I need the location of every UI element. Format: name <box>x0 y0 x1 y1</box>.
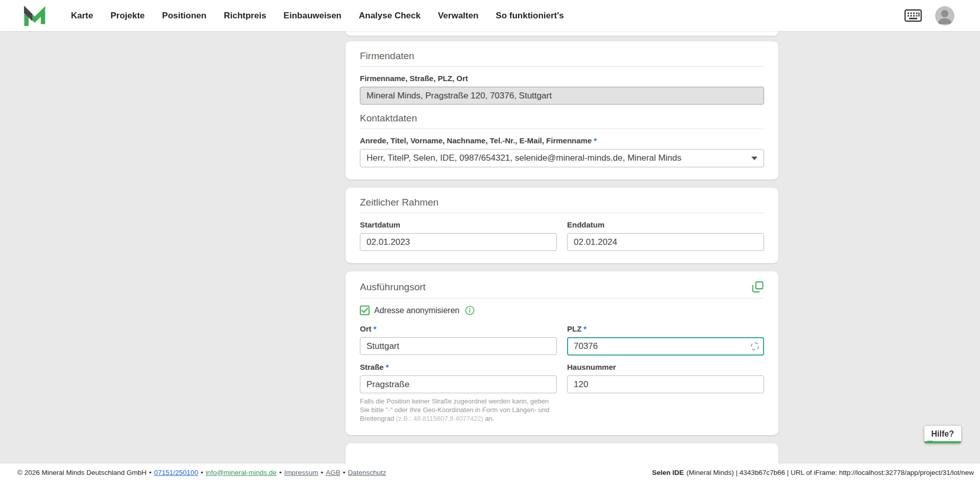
card-firmendaten: Firmendaten Firmenname, Straße, PLZ, Ort… <box>346 41 778 180</box>
nav-item-karte[interactable]: Karte <box>71 11 93 21</box>
firmendaten-title: Firmendaten <box>360 50 764 67</box>
top-nav-bar: Karte Projekte Positionen Richtpreis Ein… <box>0 0 980 31</box>
anonymize-label: Adresse anonymisieren <box>374 306 459 315</box>
enddatum-label: Enddatum <box>567 220 764 229</box>
hausnummer-label: Hausnummer <box>567 363 764 371</box>
footer-datenschutz-link[interactable]: Datenschutz <box>348 469 386 476</box>
nav-item-positionen[interactable]: Positionen <box>162 11 207 21</box>
plz-label: PLZ * <box>567 324 764 333</box>
nav-item-projekte[interactable]: Projekte <box>110 11 144 21</box>
nav-item-richtpreis[interactable]: Richtpreis <box>224 11 266 21</box>
startdatum-label: Startdatum <box>360 220 557 229</box>
ort-label: Ort * <box>360 324 557 333</box>
footer-left: © 2026 Mineral Minds Deutschland GmbH • … <box>17 469 386 476</box>
card-partial-top <box>346 31 778 36</box>
ort-input[interactable] <box>360 337 557 355</box>
user-avatar-icon[interactable] <box>935 6 954 26</box>
mineral-minds-logo[interactable] <box>23 5 46 27</box>
strasse-hint-text: Falls die Position keiner Straße zugeord… <box>360 397 555 423</box>
help-button[interactable]: Hilfe? <box>924 426 961 443</box>
footer-impressum-link[interactable]: Impressum <box>284 469 318 476</box>
main-nav: Karte Projekte Positionen Richtpreis Ein… <box>71 11 564 21</box>
startdatum-input[interactable] <box>360 233 557 251</box>
kontaktdaten-title: Kontaktdaten <box>360 113 764 129</box>
footer-debug-info: Selen IDE (Mineral Minds) | 4343b67c7b66… <box>652 469 974 476</box>
company-summary-input <box>360 87 764 105</box>
required-asterisk: * <box>386 363 389 371</box>
kontakt-label: Anrede, Titel, Vorname, Nachname, Tel.-N… <box>360 136 764 145</box>
info-icon[interactable] <box>465 306 475 315</box>
header-actions <box>904 6 954 26</box>
footer-email-link[interactable]: info@mineral-minds.de <box>206 469 277 476</box>
plz-input[interactable] <box>567 337 764 356</box>
copy-icon[interactable] <box>751 281 764 293</box>
footer-agb-link[interactable]: AGB <box>326 469 340 476</box>
page-content: Firmendaten Firmenname, Straße, PLZ, Ort… <box>0 31 980 481</box>
keyboard-icon[interactable] <box>904 9 922 22</box>
nav-item-einbauweisen[interactable]: Einbauweisen <box>284 11 341 21</box>
checkmark-icon <box>361 308 368 313</box>
hausnummer-input[interactable] <box>567 375 764 393</box>
anonymize-checkbox[interactable] <box>360 306 370 315</box>
required-asterisk: * <box>374 324 377 333</box>
footer-phone-link[interactable]: 07151/250100 <box>154 469 198 476</box>
card-ausfuehrungsort: Ausführungsort Adresse anonymisieren <box>346 271 778 435</box>
ausfuehrungsort-title: Ausführungsort <box>360 282 426 293</box>
strasse-label: Straße * <box>360 363 557 371</box>
kontakt-select-value: Herr, TitelP, Selen, IDE, 0987/654321, s… <box>366 153 681 163</box>
nav-item-so-funktionierts[interactable]: So funktioniert's <box>496 11 564 21</box>
loading-spinner-icon <box>751 342 759 350</box>
card-zeitlicher-rahmen: Zeitlicher Rahmen Startdatum Enddatum <box>346 188 778 263</box>
kontakt-select[interactable]: Herr, TitelP, Selen, IDE, 0987/654321, s… <box>360 149 764 167</box>
nav-item-verwalten[interactable]: Verwalten <box>438 11 478 21</box>
nav-item-analyse-check[interactable]: Analyse Check <box>359 11 421 21</box>
enddatum-input[interactable] <box>567 233 764 251</box>
company-summary-label: Firmenname, Straße, PLZ, Ort <box>360 74 764 83</box>
required-asterisk: * <box>594 136 597 145</box>
chevron-down-icon <box>751 157 757 160</box>
copyright-text: © 2026 Mineral Minds Deutschland GmbH <box>17 469 146 476</box>
zeitraum-title: Zeitlicher Rahmen <box>360 197 764 213</box>
footer-bar: © 2026 Mineral Minds Deutschland GmbH • … <box>0 464 980 481</box>
strasse-input[interactable] <box>360 375 557 393</box>
required-asterisk: * <box>583 324 586 333</box>
logo-icon <box>23 5 46 27</box>
